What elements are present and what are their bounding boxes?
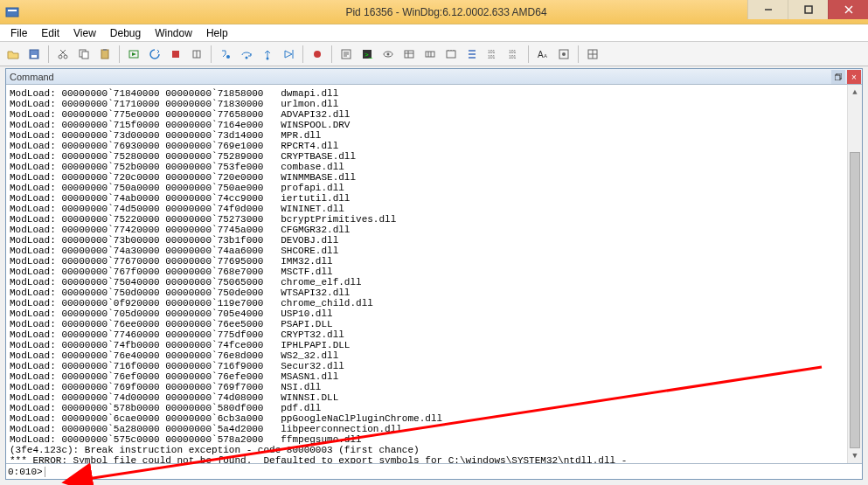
scroll-down-icon[interactable]: ▼ [848, 448, 862, 463]
svg-rect-7 [31, 55, 37, 58]
command-input-bar: 0:010> [6, 463, 862, 479]
svg-text:101: 101 [488, 54, 496, 59]
svg-rect-1 [8, 10, 17, 11]
svg-rect-45 [469, 57, 476, 59]
command-window: Command × ModLoad: 00000000`71840000 000… [5, 68, 863, 480]
registers-icon[interactable] [420, 45, 440, 64]
svg-rect-13 [82, 52, 88, 59]
menu-window[interactable]: Window [148, 25, 199, 41]
memory-icon[interactable] [441, 45, 461, 64]
callstack-icon[interactable] [462, 45, 482, 64]
svg-rect-3 [805, 6, 812, 13]
window-title: Pid 16356 - WinDbg:6.12.0002.633 AMD64 [24, 6, 868, 18]
app-icon [5, 5, 19, 19]
menu-view[interactable]: View [66, 25, 103, 41]
svg-point-21 [246, 56, 248, 59]
svg-rect-14 [101, 50, 108, 59]
svg-point-32 [387, 52, 390, 55]
restart-icon[interactable] [145, 45, 164, 64]
locals-icon[interactable] [399, 45, 419, 64]
command-icon[interactable]: >_ [358, 45, 377, 64]
command-window-title-bar[interactable]: Command × [6, 69, 862, 85]
watch-icon[interactable] [378, 45, 398, 64]
scrollbar-vertical[interactable]: ▲ ▼ [847, 85, 862, 463]
open-icon[interactable] [3, 45, 23, 64]
break-icon[interactable] [187, 45, 206, 64]
svg-rect-36 [426, 52, 434, 57]
command-prompt: 0:010> [8, 467, 45, 477]
menu-bar: File Edit View Debug Window Help [0, 24, 868, 42]
menu-help[interactable]: Help [199, 25, 235, 41]
command-output[interactable]: ModLoad: 00000000`71840000 00000000`7185… [6, 85, 862, 463]
go-icon[interactable] [124, 45, 143, 64]
maximize-button[interactable] [788, 0, 828, 19]
svg-rect-44 [469, 53, 476, 55]
command-window-close-icon[interactable]: × [847, 70, 861, 84]
cut-icon[interactable] [53, 45, 73, 64]
menu-file[interactable]: File [3, 25, 34, 41]
breakpoint-insert-icon[interactable] [308, 45, 327, 64]
paste-icon[interactable] [95, 45, 115, 64]
svg-text:A: A [538, 50, 544, 59]
font-icon[interactable]: AA [533, 45, 552, 64]
title-bar: Pid 16356 - WinDbg:6.12.0002.633 AMD64 [0, 0, 868, 24]
minimize-button[interactable] [747, 0, 788, 19]
stop-icon[interactable] [166, 45, 185, 64]
step-into-icon[interactable] [216, 45, 235, 64]
step-out-icon[interactable] [258, 45, 277, 64]
svg-point-22 [267, 57, 269, 59]
command-window-restore-icon[interactable] [831, 70, 845, 84]
scroll-up-icon[interactable]: ▲ [848, 85, 862, 100]
svg-rect-43 [469, 50, 476, 52]
save-workspace-icon[interactable] [24, 45, 44, 64]
command-input[interactable] [47, 467, 860, 477]
scratch-icon[interactable]: 101101 [504, 45, 524, 64]
scrollbar-thumb[interactable] [850, 152, 860, 448]
menu-edit[interactable]: Edit [34, 25, 66, 41]
svg-rect-17 [172, 51, 179, 58]
copy-icon[interactable] [74, 45, 94, 64]
svg-point-9 [64, 55, 67, 59]
svg-rect-15 [103, 49, 107, 51]
svg-rect-58 [835, 75, 840, 80]
source-mode-icon[interactable] [337, 45, 356, 64]
svg-point-53 [562, 52, 566, 56]
svg-text:101: 101 [509, 54, 517, 59]
close-button[interactable] [828, 0, 868, 19]
svg-point-24 [314, 51, 321, 58]
svg-text:A: A [544, 53, 547, 59]
toolbar: >_ 101101 101101 AA [0, 42, 868, 66]
window-arrange-icon[interactable] [583, 45, 602, 64]
command-window-title: Command [10, 72, 54, 82]
disassembly-icon[interactable]: 101101 [483, 45, 503, 64]
svg-text:>_: >_ [365, 51, 373, 59]
svg-rect-0 [6, 8, 18, 17]
svg-point-8 [59, 55, 62, 59]
svg-point-20 [226, 55, 230, 59]
command-output-text: ModLoad: 00000000`71840000 00000000`7185… [10, 88, 858, 463]
menu-debug[interactable]: Debug [103, 25, 148, 41]
options-icon[interactable] [554, 45, 573, 64]
step-over-icon[interactable] [237, 45, 256, 64]
run-to-cursor-icon[interactable] [279, 45, 298, 64]
svg-rect-33 [405, 51, 413, 58]
svg-rect-39 [447, 51, 455, 58]
